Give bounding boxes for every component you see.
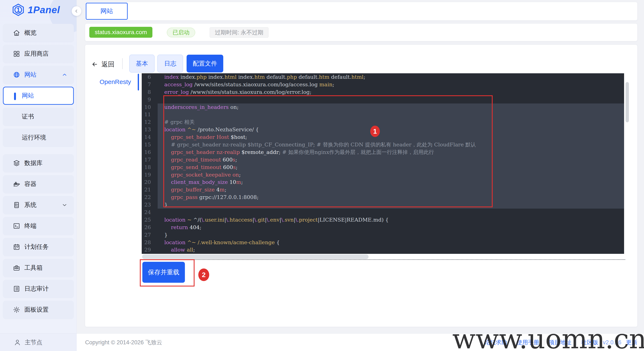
tab-basic[interactable]: 基本 <box>129 55 154 72</box>
svg-text:1: 1 <box>16 6 20 13</box>
sidebar-item-logs[interactable]: 日志审计 <box>3 280 74 298</box>
sidebar-item-label: 网站 <box>24 71 36 79</box>
layers-icon <box>13 160 20 167</box>
version-number: v2.0.16 <box>603 339 621 346</box>
annotation-step-2: 2 <box>198 269 209 281</box>
globe-icon <box>13 71 20 78</box>
sidebar-menu: 概览 应用商店 网站 网站 证书 运行环境 数据库 容器 <box>3 24 74 319</box>
chevron-left-icon <box>74 8 79 13</box>
sidebar-item-label: 概览 <box>24 29 36 37</box>
status-text: 已启动 <box>172 29 190 36</box>
gear-icon <box>13 306 20 313</box>
toolbar-divider <box>122 58 123 69</box>
sidebar: 1 1Panel 概览 应用商店 网站 网站 证书 运行环境 数据库 <box>0 0 77 351</box>
sidebar-item-label: 计划任务 <box>24 243 49 251</box>
sidebar-item-label: 运行环境 <box>22 133 46 142</box>
footer-link-forum[interactable]: 论坛求助 <box>484 339 507 346</box>
engine-active-bar <box>138 74 139 90</box>
log-list-icon <box>13 285 20 292</box>
docker-whale-icon <box>13 181 20 188</box>
node-label: 主节点 <box>25 339 42 347</box>
terminal-icon <box>13 222 20 230</box>
chevron-up-icon <box>62 72 68 78</box>
annotation-step-1: 1 <box>370 126 380 137</box>
sidebar-item-label: 面板设置 <box>24 306 49 314</box>
sidebar-item-terminal[interactable]: 终端 <box>3 217 74 235</box>
sidebar-item-system[interactable]: 系统 <box>3 196 74 214</box>
sidebar-item-container[interactable]: 容器 <box>3 175 74 193</box>
footer-links: 论坛求助 使用手册 项目地址 社区版 v2.0.16 更新 <box>484 334 637 351</box>
footer-separator <box>576 339 576 346</box>
sidebar-item-label: 证书 <box>22 112 34 121</box>
back-button[interactable]: 返回 <box>92 60 114 69</box>
active-marker-icon <box>14 93 16 100</box>
sidebar-item-label: 网站 <box>22 91 34 100</box>
tab-log[interactable]: 日志 <box>158 55 183 72</box>
footer: Copyright © 2014-2026 飞致云 论坛求助 使用手册 项目地址… <box>77 334 644 351</box>
user-icon <box>14 339 21 346</box>
tab-config-file[interactable]: 配置文件 <box>186 55 223 72</box>
node-switcher[interactable]: 主节点 <box>0 334 77 351</box>
server-icon <box>13 201 20 209</box>
sidebar-item-label: 应用商店 <box>24 50 49 58</box>
sidebar-item-label: 数据库 <box>24 159 42 167</box>
sidebar-item-appstore[interactable]: 应用商店 <box>3 45 74 63</box>
sidebar-subitem-runtime[interactable]: 运行环境 <box>3 129 74 147</box>
sidebar-item-settings[interactable]: 面板设置 <box>3 301 74 319</box>
sidebar-item-overview[interactable]: 概览 <box>3 24 74 42</box>
sidebar-item-label: 终端 <box>24 222 36 230</box>
domain-badge: status.xiaoxura.com <box>89 27 152 38</box>
footer-link-project[interactable]: 项目地址 <box>549 339 572 346</box>
toolbox-icon <box>13 264 20 271</box>
expire-badge: 过期时间: 永不过期 <box>210 27 268 38</box>
engine-tab-openresty[interactable]: OpenResty <box>94 78 136 85</box>
page-tab-label: 网站 <box>100 7 113 15</box>
config-code-editor[interactable]: 6 index index.php index.html index.htm d… <box>142 73 624 254</box>
arrow-left-icon <box>92 61 98 68</box>
code-lines: 6 index index.php index.html index.htm d… <box>142 73 624 254</box>
footer-separator <box>512 339 512 346</box>
sidebar-item-label: 系统 <box>24 201 36 209</box>
sidebar-item-toolbox[interactable]: 工具箱 <box>3 259 74 277</box>
copyright: Copyright © 2014-2026 飞致云 <box>85 334 162 351</box>
domain-text: status.xiaoxura.com <box>95 29 147 36</box>
sidebar-subitem-certificates[interactable]: 证书 <box>3 108 74 126</box>
sidebar-item-database[interactable]: 数据库 <box>3 154 74 172</box>
logo-text: 1Panel <box>28 4 60 15</box>
sidebar-item-label: 容器 <box>24 180 36 188</box>
appstore-icon <box>13 50 20 57</box>
sidebar-item-label: 工具箱 <box>24 264 42 272</box>
logo: 1 1Panel <box>12 3 60 16</box>
footer-link-manual[interactable]: 使用手册 <box>516 339 539 346</box>
editor-bottom-divider <box>142 259 625 260</box>
status-badge: 已启动 <box>167 28 195 37</box>
home-icon <box>13 29 20 36</box>
page-tab-website[interactable]: 网站 <box>86 3 128 20</box>
editor-horizontal-scrollbar[interactable] <box>142 255 368 259</box>
calendar-icon <box>13 243 20 251</box>
expire-text: 过期时间: 永不过期 <box>215 29 263 36</box>
sidebar-item-cronjob[interactable]: 计划任务 <box>3 238 74 256</box>
save-and-reload-button[interactable]: 保存并重载 <box>142 262 185 283</box>
footer-separator <box>544 339 544 346</box>
save-label: 保存并重载 <box>148 268 180 277</box>
sidebar-subitem-website[interactable]: 网站 <box>3 87 74 105</box>
1panel-logo-icon: 1 <box>12 3 25 16</box>
page-tabs-bar <box>85 2 637 20</box>
sidebar-item-website-group[interactable]: 网站 <box>3 66 74 84</box>
footer-link-update[interactable]: 更新 <box>626 339 637 346</box>
sidebar-collapse-button[interactable] <box>72 6 81 16</box>
back-label: 返回 <box>102 60 114 69</box>
chevron-down-icon <box>62 202 68 208</box>
edition-label: 社区版 <box>581 339 598 346</box>
editor-vertical-scrollbar[interactable] <box>626 82 629 122</box>
sidebar-item-label: 日志审计 <box>24 285 49 293</box>
